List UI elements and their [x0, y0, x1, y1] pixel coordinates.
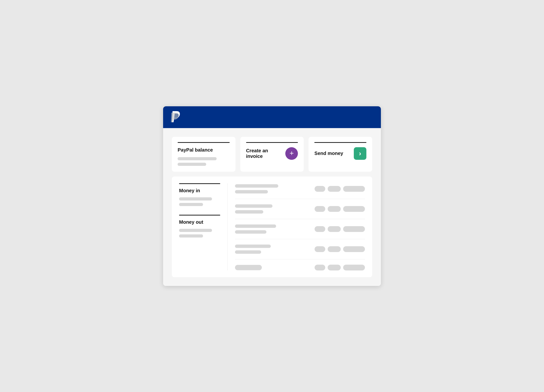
- t3-meta-1: [315, 226, 325, 232]
- balance-divider: [178, 142, 230, 143]
- invoice-header-row: Create an invoice +: [246, 147, 298, 160]
- t2-meta-1: [315, 206, 325, 212]
- send-money-title: Send money: [314, 151, 350, 156]
- balance-title: PayPal balance: [178, 147, 230, 153]
- t5-meta-3: [343, 265, 365, 270]
- t4-line1: [235, 245, 271, 248]
- right-panel: [227, 183, 365, 270]
- balance-skeleton-1: [178, 157, 217, 160]
- t1-line2: [235, 190, 268, 193]
- t1-meta-2: [328, 186, 341, 192]
- balance-skeleton-2: [178, 163, 206, 166]
- t4-line2: [235, 250, 261, 254]
- t2-meta-3: [343, 206, 365, 212]
- money-in-skeleton-2: [179, 203, 203, 206]
- bottom-grid: Money in Money out: [179, 183, 365, 270]
- t2-line2: [235, 210, 263, 214]
- t2-meta-2: [328, 206, 341, 212]
- main-content: PayPal balance Create an invoice + Send: [163, 128, 381, 286]
- bottom-section: Money in Money out: [172, 177, 372, 277]
- transaction-row-5: [235, 265, 365, 270]
- t5-meta-1: [315, 265, 325, 270]
- t3-line1: [235, 224, 276, 228]
- transaction-divider-4: [235, 259, 365, 259]
- transaction-row-4: [235, 245, 365, 254]
- bottom-spacer: [172, 277, 372, 286]
- transaction-main-1: [235, 184, 310, 193]
- transaction-divider-3: [235, 239, 365, 239]
- transaction-divider-1: [235, 199, 365, 199]
- transaction-meta-1: [315, 186, 365, 192]
- transaction-meta-2: [315, 206, 365, 212]
- t3-meta-2: [328, 226, 341, 232]
- t5-meta-2: [328, 265, 341, 270]
- transaction-main-4: [235, 245, 310, 254]
- money-in-title: Money in: [179, 188, 220, 193]
- t1-line1: [235, 184, 278, 188]
- transaction-meta-5: [315, 265, 365, 270]
- money-in-section: Money in: [179, 183, 220, 206]
- create-invoice-card: Create an invoice +: [240, 137, 304, 172]
- transaction-row-1: [235, 183, 365, 193]
- t4-meta-1: [315, 246, 325, 252]
- top-cards-row: PayPal balance Create an invoice + Send: [172, 137, 372, 172]
- money-out-title: Money out: [179, 219, 220, 225]
- money-out-divider: [179, 215, 220, 215]
- transaction-main-5: [235, 265, 310, 270]
- t3-line2: [235, 230, 266, 234]
- invoice-title: Create an invoice: [246, 148, 282, 159]
- money-out-skeleton-2: [179, 234, 203, 238]
- t4-meta-2: [328, 246, 341, 252]
- money-out-section: Money out: [179, 215, 220, 238]
- t1-meta-3: [343, 186, 365, 192]
- paypal-logo: [171, 111, 180, 123]
- left-panel: Money in Money out: [179, 183, 227, 270]
- create-invoice-button[interactable]: +: [285, 147, 298, 160]
- send-money-button[interactable]: ›: [354, 147, 366, 160]
- t4-meta-3: [343, 246, 365, 252]
- money-out-skeleton-1: [179, 229, 212, 232]
- invoice-divider: [246, 142, 298, 143]
- header: [163, 106, 381, 128]
- transaction-row-2: [235, 204, 365, 214]
- plus-icon: +: [290, 150, 294, 157]
- money-in-skeleton-1: [179, 197, 212, 200]
- transaction-main-3: [235, 224, 310, 234]
- t1-meta-1: [315, 186, 325, 192]
- transaction-divider-2: [235, 219, 365, 219]
- send-money-header-row: Send money ›: [314, 147, 366, 160]
- t2-line1: [235, 204, 272, 208]
- money-in-divider: [179, 183, 220, 184]
- arrow-right-icon: ›: [359, 150, 361, 157]
- send-money-card: Send money ›: [309, 137, 372, 172]
- transaction-row-3: [235, 224, 365, 234]
- app-container: PayPal balance Create an invoice + Send: [163, 106, 381, 286]
- transaction-meta-4: [315, 246, 365, 252]
- t5-pill: [235, 265, 262, 270]
- transaction-main-2: [235, 204, 310, 214]
- send-money-divider: [314, 142, 366, 143]
- paypal-balance-card: PayPal balance: [172, 137, 235, 172]
- t3-meta-3: [343, 226, 365, 232]
- transaction-meta-3: [315, 226, 365, 232]
